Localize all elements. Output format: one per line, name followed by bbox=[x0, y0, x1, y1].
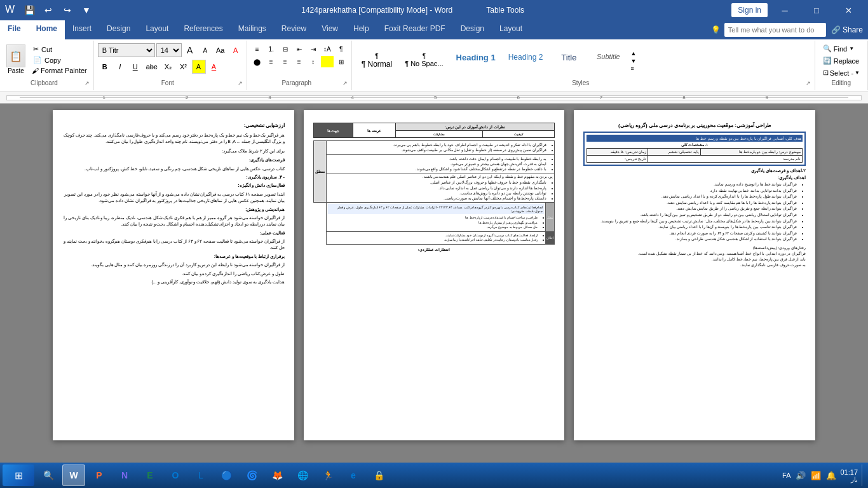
app1-taskbar-button[interactable]: 🔵 bbox=[215, 464, 238, 486]
customize-qat-button[interactable]: ▼ bbox=[79, 3, 94, 18]
style-heading2[interactable]: Heading 2 bbox=[503, 50, 549, 72]
vpn-taskbar-button[interactable]: 🔒 bbox=[367, 464, 390, 486]
find-button[interactable]: 🔍 Find ▼ bbox=[819, 43, 858, 54]
clipboard-expand[interactable]: ↗ bbox=[85, 80, 90, 86]
align-left-button[interactable]: ⬤ bbox=[251, 56, 264, 67]
document-area: ارزشیابی تشخیصی: هر فراگیر یک خط و یک نی… bbox=[0, 104, 868, 488]
paste-button[interactable]: 📋 Paste bbox=[4, 43, 28, 76]
volume-icon[interactable]: 🔊 bbox=[796, 471, 806, 480]
show-desktop-button[interactable] bbox=[862, 464, 865, 486]
onenote-taskbar-button[interactable]: N bbox=[113, 464, 136, 486]
subscript-button[interactable]: X₂ bbox=[161, 60, 175, 74]
lync-taskbar-button[interactable]: L bbox=[189, 464, 212, 486]
save-button[interactable]: 💾 bbox=[22, 3, 37, 18]
ie-taskbar-button[interactable]: e bbox=[342, 464, 365, 486]
styles-scroll-up[interactable]: ▲ bbox=[630, 50, 637, 57]
app2-icon: 🌀 bbox=[247, 470, 257, 480]
share-button[interactable]: 🔗 Share bbox=[831, 25, 863, 34]
tab-review[interactable]: Review bbox=[274, 20, 314, 39]
tab-home[interactable]: Home bbox=[29, 20, 65, 39]
styles-scroll-down[interactable]: ▼ bbox=[630, 57, 637, 65]
italic-button[interactable]: I bbox=[113, 60, 127, 74]
superscript-button[interactable]: X² bbox=[177, 60, 191, 74]
word-taskbar-icon: W bbox=[69, 470, 78, 480]
tab-layout[interactable]: Layout bbox=[138, 20, 176, 39]
close-button[interactable]: ✕ bbox=[834, 0, 863, 20]
tab-references[interactable]: References bbox=[176, 20, 230, 39]
onenote-icon: N bbox=[121, 470, 128, 480]
tab-foxit[interactable]: Foxit Reader PDF bbox=[377, 20, 453, 39]
tab-help[interactable]: Help bbox=[346, 20, 377, 39]
search-button[interactable]: 🔍 bbox=[37, 464, 60, 486]
tab-file[interactable]: File bbox=[0, 20, 29, 39]
word-taskbar-button[interactable]: W bbox=[62, 464, 85, 486]
tab-mailings[interactable]: Mailings bbox=[231, 20, 274, 39]
grow-font-button[interactable]: A bbox=[183, 43, 197, 57]
format-painter-button[interactable]: 🖌 Format Painter bbox=[29, 66, 90, 75]
align-center-button[interactable]: ≡ bbox=[265, 56, 278, 67]
powerpoint-taskbar-button[interactable]: P bbox=[88, 464, 111, 486]
tab-design[interactable]: Design bbox=[99, 20, 138, 39]
bullets-button[interactable]: ≡ bbox=[251, 43, 264, 55]
copy-icon: 📄 bbox=[33, 56, 42, 64]
excel-taskbar-button[interactable]: E bbox=[139, 464, 161, 486]
app2-taskbar-button[interactable]: 🌀 bbox=[240, 464, 263, 486]
change-case-button[interactable]: Aa bbox=[214, 43, 227, 57]
sign-in-button[interactable]: Sign in bbox=[731, 3, 768, 17]
undo-button[interactable]: ↩ bbox=[41, 3, 56, 18]
borders-button[interactable]: ⊞ bbox=[335, 56, 348, 67]
font-size-select[interactable]: 14 bbox=[156, 43, 182, 57]
select-dropdown[interactable]: ▼ bbox=[855, 70, 860, 76]
align-right-button[interactable]: ≡ bbox=[279, 56, 292, 67]
show-formatting-button[interactable]: ¶ bbox=[335, 43, 348, 55]
outlook-taskbar-button[interactable]: O bbox=[164, 464, 187, 486]
style-title[interactable]: Title bbox=[550, 50, 588, 72]
maximize-button[interactable]: □ bbox=[802, 0, 831, 20]
tab-insert[interactable]: Insert bbox=[65, 20, 99, 39]
notification-icon[interactable]: 🔔 bbox=[826, 471, 836, 480]
text-effects-button[interactable]: A bbox=[229, 43, 243, 57]
replace-button[interactable]: 🔄 Replace bbox=[819, 55, 863, 66]
firefox-taskbar-button[interactable]: 🦊 bbox=[266, 464, 288, 486]
numbering-button[interactable]: 1. bbox=[265, 43, 278, 55]
style-subtitle[interactable]: Subtitle bbox=[589, 50, 627, 72]
select-button[interactable]: ⊡ Select - ▼ bbox=[819, 67, 864, 78]
chrome-taskbar-button[interactable]: 🌐 bbox=[291, 464, 314, 486]
style-normal[interactable]: ¶ ¶ Normal bbox=[356, 50, 398, 72]
font-name-select[interactable]: B Titr bbox=[98, 43, 155, 57]
network-icon[interactable]: 📶 bbox=[811, 471, 821, 480]
ribbon-content: 📋 Paste ✂ Cut 📄 Copy 🖌 Format Painter bbox=[0, 39, 868, 92]
bold-button[interactable]: B bbox=[98, 60, 112, 74]
cut-button[interactable]: ✂ Cut bbox=[29, 44, 90, 54]
app3-taskbar-button[interactable]: 🏃 bbox=[316, 464, 339, 486]
minimize-button[interactable]: ─ bbox=[770, 0, 799, 20]
shrink-font-button[interactable]: A bbox=[198, 43, 212, 57]
sort-button[interactable]: ↕A bbox=[321, 43, 334, 55]
redo-button[interactable]: ↪ bbox=[60, 3, 75, 18]
styles-more[interactable]: ≡ bbox=[630, 65, 637, 72]
multilevel-list-button[interactable]: ⊟ bbox=[279, 43, 292, 55]
line-spacing-button[interactable]: ↕ bbox=[307, 56, 320, 67]
font-color-button[interactable]: A bbox=[207, 60, 221, 74]
decrease-indent-button[interactable]: ⇤ bbox=[293, 43, 306, 55]
justify-button[interactable]: ≡ bbox=[293, 56, 306, 67]
tell-me-input[interactable] bbox=[724, 23, 826, 37]
styles-expand[interactable]: ↗ bbox=[806, 80, 811, 86]
underline-button[interactable]: U bbox=[128, 60, 142, 74]
highlight-button[interactable]: A bbox=[192, 60, 206, 74]
increase-indent-button[interactable]: ⇥ bbox=[307, 43, 320, 55]
time-display[interactable]: 01:17 بار bbox=[840, 468, 858, 483]
style-subtitle-label: Subtitle bbox=[595, 53, 621, 60]
paragraph-expand[interactable]: ↗ bbox=[342, 80, 348, 86]
tab-design2[interactable]: Design bbox=[453, 20, 492, 39]
style-heading1[interactable]: Heading 1 bbox=[451, 50, 501, 72]
start-button[interactable]: ⊞ bbox=[3, 464, 34, 486]
tab-view[interactable]: View bbox=[314, 20, 346, 39]
tab-layout2[interactable]: Layout bbox=[492, 20, 530, 39]
shading-button[interactable] bbox=[321, 56, 334, 67]
font-expand[interactable]: ↗ bbox=[238, 80, 243, 86]
style-no-spacing[interactable]: ¶ ¶ No Spac... bbox=[399, 50, 449, 72]
copy-button[interactable]: 📄 Copy bbox=[29, 55, 90, 65]
strikethrough-button[interactable]: abc bbox=[144, 60, 160, 74]
find-dropdown[interactable]: ▼ bbox=[849, 46, 854, 51]
